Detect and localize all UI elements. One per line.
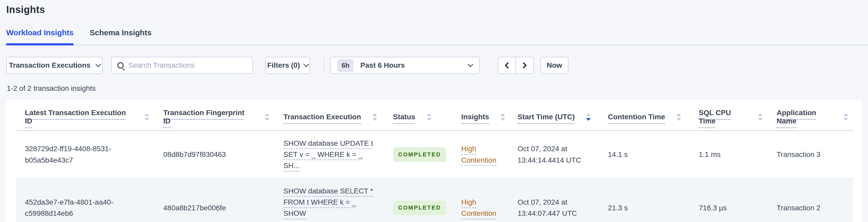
tab-schema-insights[interactable]: Schema Insights <box>90 28 151 45</box>
sort-arrows-icon[interactable] <box>372 113 377 121</box>
status-badge: COMPLETED <box>393 200 446 215</box>
status-cell: COMPLETED <box>384 179 453 222</box>
time-range-label: Past 6 Hours <box>360 61 405 69</box>
search-input[interactable] <box>128 61 247 69</box>
column-header-transaction-fingerprint-id[interactable]: Transaction Fingerprint ID <box>154 100 275 130</box>
time-window-stepper <box>498 57 534 74</box>
application-name-cell: Transaction 3 <box>768 130 854 179</box>
column-label: Contention Time <box>608 113 665 121</box>
application-name-cell: Transaction 2 <box>768 179 854 222</box>
status-cell: COMPLETED <box>384 130 453 179</box>
tab-workload-insights[interactable]: Workload Insights <box>6 28 73 45</box>
filters-button[interactable]: Filters (0) <box>265 57 310 74</box>
column-header-latest-transaction-execution-id[interactable]: Latest Transaction Execution ID <box>16 100 154 130</box>
search-box[interactable] <box>111 57 253 74</box>
contention-time-cell: 21.3 s <box>599 179 690 222</box>
start-time-cell: Oct 07, 2024 at 13:44:07.447 UTC <box>509 179 599 222</box>
status-badge: COMPLETED <box>393 147 446 162</box>
insights-cell: High Contention <box>453 179 509 222</box>
column-label: SQL CPU Time <box>699 109 746 125</box>
insight-type-dropdown[interactable]: Transaction Executions <box>6 57 103 74</box>
transaction-execution-link[interactable]: SHOW database SELECT * FROM t WHERE k = … <box>283 187 373 222</box>
time-range-dropdown[interactable]: 6h Past 6 Hours <box>330 57 480 74</box>
sort-arrows-icon[interactable] <box>427 113 431 121</box>
tab-bar: Workload Insights Schema Insights <box>0 28 868 45</box>
results-count: 1-2 of 2 transaction insights <box>7 84 868 93</box>
filters-button-label: Filters (0) <box>267 61 300 69</box>
sort-arrows-icon[interactable] <box>586 113 591 121</box>
column-label: Transaction Fingerprint ID <box>163 109 253 125</box>
transaction-execution-cell: SHOW database UPDATE t SET v = _ WHERE k… <box>275 130 384 179</box>
column-header-sql-cpu-time[interactable]: SQL CPU Time <box>690 100 768 130</box>
now-button[interactable]: Now <box>540 57 568 74</box>
sql-cpu-time-cell: 716.3 µs <box>690 179 768 222</box>
column-header-application-name[interactable]: Application Name <box>768 100 854 130</box>
table-row: 452da3e7-e7fa-4801-aa40-c59988d14eb6 480… <box>16 179 854 222</box>
sort-arrows-icon[interactable] <box>265 113 270 121</box>
search-icon <box>117 62 124 68</box>
chevron-down-icon <box>303 61 309 67</box>
column-label: Insights <box>461 113 489 121</box>
sort-arrows-icon[interactable] <box>145 113 149 121</box>
high-contention-link[interactable]: High Contention <box>461 145 496 164</box>
now-button-label: Now <box>547 61 562 69</box>
toolbar-divider <box>323 57 324 74</box>
toolbar: Transaction Executions Filters (0) 6h Pa… <box>6 57 862 74</box>
column-header-start-time[interactable]: Start Time (UTC) <box>509 100 599 130</box>
column-label: Transaction Execution <box>283 113 361 121</box>
column-header-status[interactable]: Status <box>384 100 453 130</box>
column-label: Application Name <box>777 109 832 125</box>
execution-id-cell: 452da3e7-e7fa-4801-aa40-c59988d14eb6 <box>16 179 154 222</box>
contention-time-cell: 14.1 s <box>599 130 690 179</box>
sort-arrows-icon[interactable] <box>844 113 848 121</box>
chevron-left-icon <box>505 62 511 68</box>
start-time-cell: Oct 07, 2024 at 13:44:14.4414 UTC <box>509 130 599 179</box>
column-label: Start Time (UTC) <box>518 113 575 121</box>
transaction-execution-link[interactable]: SHOW database UPDATE t SET v = _ WHERE k… <box>283 139 373 170</box>
high-contention-link[interactable]: High Contention <box>461 198 496 217</box>
next-time-window-button[interactable] <box>516 57 534 74</box>
sort-arrows-icon[interactable] <box>500 113 505 121</box>
column-label: Latest Transaction Execution ID <box>25 109 133 125</box>
chevron-down-icon <box>468 61 473 67</box>
column-header-transaction-execution[interactable]: Transaction Execution <box>275 100 384 130</box>
insight-type-dropdown-label: Transaction Executions <box>9 61 90 69</box>
transaction-insights-table: Latest Transaction Execution ID Transact… <box>16 100 854 222</box>
insights-table-panel: Latest Transaction Execution ID Transact… <box>6 100 862 222</box>
chevron-right-icon <box>520 62 527 68</box>
column-label: Status <box>393 113 415 121</box>
table-row: 328729d2-ff19-4408-8531-b05a5b4e43c7 08d… <box>16 130 854 179</box>
column-header-insights[interactable]: Insights <box>453 100 509 130</box>
table-header-row: Latest Transaction Execution ID Transact… <box>16 100 854 130</box>
sort-arrows-icon[interactable] <box>676 113 681 121</box>
fingerprint-id-cell: 08d8b7d97f830463 <box>154 130 275 179</box>
column-header-contention-time[interactable]: Contention Time <box>599 100 690 130</box>
time-interval-badge: 6h <box>337 59 353 72</box>
previous-time-window-button[interactable] <box>498 57 516 74</box>
transaction-execution-cell: SHOW database SELECT * FROM t WHERE k = … <box>275 179 384 222</box>
page-title: Insights <box>6 4 868 15</box>
fingerprint-id-cell: 480a8b217be006fe <box>154 179 275 222</box>
chevron-down-icon <box>95 61 101 67</box>
sql-cpu-time-cell: 1.1 ms <box>690 130 768 179</box>
execution-id-cell: 328729d2-ff19-4408-8531-b05a5b4e43c7 <box>16 130 154 179</box>
sort-arrows-icon[interactable] <box>758 113 763 121</box>
insights-cell: High Contention <box>453 130 509 179</box>
